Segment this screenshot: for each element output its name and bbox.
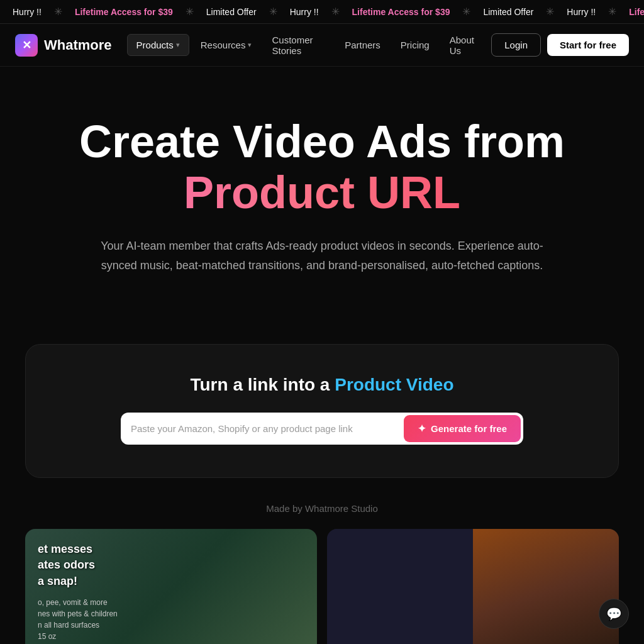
ticker-item: Hurry !! — [277, 7, 331, 17]
preview-right-right-half — [473, 529, 619, 644]
cta-title: Turn a link into a Product Video — [51, 375, 593, 395]
url-input-row: ✦ Generate for free — [121, 413, 523, 445]
ticker-star: ✳ — [608, 6, 616, 18]
ticker-item: Lifetime Access for $39 — [62, 7, 186, 17]
ticker-item: Lifetime Access for $39 — [340, 7, 463, 17]
preview-card-right — [327, 529, 619, 644]
ticker-star: ✳ — [54, 6, 62, 18]
ticker-star: ✳ — [331, 6, 340, 18]
nav-item-pricing[interactable]: Pricing — [392, 35, 438, 55]
ticker-star: ✳ — [269, 6, 277, 18]
ticker-star: ✳ — [546, 6, 554, 18]
preview-left-text: et messes ates odors a snap! — [38, 541, 95, 589]
preview-left-subtext: o, pee, vomit & more nes with pets & chi… — [38, 597, 118, 642]
preview-card-left: et messes ates odors a snap! o, pee, vom… — [25, 529, 317, 644]
cta-box: Turn a link into a Product Video ✦ Gener… — [25, 344, 619, 478]
ticker-item: Hurry !! — [554, 7, 608, 17]
ticker-item: Limited Offer — [470, 7, 546, 17]
logo-icon: ✕ — [15, 34, 38, 57]
hero-title: Create Video Ads from Product URL — [25, 117, 619, 219]
ticker-limited: Limited Offer — [483, 7, 533, 17]
ticker-hurry: Hurry !! — [290, 7, 319, 17]
hero-title-line2: Product URL — [25, 167, 619, 219]
chevron-down-icon: ▾ — [248, 41, 252, 49]
preview-right-overlay — [327, 529, 619, 644]
ticker-lifetime: Lifetime Access for $39 — [629, 7, 644, 17]
hero-subtitle: Your AI-team member that crafts Ads-read… — [96, 236, 548, 275]
navbar: ✕ Whatmore Products ▾ Resources ▾ Custom… — [0, 24, 644, 67]
login-button[interactable]: Login — [491, 33, 541, 57]
ticker-item: Limited Offer — [194, 7, 269, 17]
ticker-track: Hurry !! ✳ Lifetime Access for $39 ✳ Lim… — [0, 6, 644, 18]
url-input[interactable] — [131, 417, 404, 440]
ticker-lifetime: Lifetime Access for $39 — [352, 7, 450, 17]
cta-title-highlight: Product Video — [335, 375, 453, 394]
preview-right-left-half — [327, 529, 473, 644]
ticker-item: Hurry !! — [0, 7, 54, 17]
ticker-star: ✳ — [186, 6, 194, 18]
nav-item-products[interactable]: Products ▾ — [127, 34, 189, 56]
made-by-label: Made by Whatmore Studio — [0, 478, 644, 529]
preview-grid: et messes ates odors a snap! o, pee, vom… — [0, 529, 644, 644]
nav-item-resources[interactable]: Resources ▾ — [192, 35, 261, 55]
ticker-hurry: Hurry !! — [13, 7, 42, 17]
nav-item-customer-stories[interactable]: Customer Stories — [263, 30, 333, 61]
start-for-free-button[interactable]: Start for free — [547, 34, 629, 56]
logo[interactable]: ✕ Whatmore — [15, 34, 112, 57]
ticker-banner: Hurry !! ✳ Lifetime Access for $39 ✳ Lim… — [0, 0, 644, 24]
nav-item-partners[interactable]: Partners — [336, 35, 389, 55]
ticker-lifetime: Lifetime Access for $39 — [75, 7, 173, 17]
chat-bubble-button[interactable]: 💬 — [599, 599, 629, 629]
nav-links: Products ▾ Resources ▾ Customer Stories … — [127, 30, 487, 61]
sparkle-icon: ✦ — [418, 423, 426, 435]
logo-text: Whatmore — [44, 37, 112, 53]
nav-item-about-us[interactable]: About Us — [441, 30, 487, 61]
ticker-item: Lifetime Access for $39 — [616, 7, 644, 17]
ticker-star: ✳ — [462, 6, 470, 18]
hero-section: Create Video Ads from Product URL Your A… — [0, 67, 644, 313]
chat-icon: 💬 — [606, 606, 622, 621]
nav-actions: Login Start for free — [491, 33, 629, 57]
hero-title-line1: Create Video Ads from — [25, 117, 619, 167]
generate-button[interactable]: ✦ Generate for free — [404, 415, 521, 442]
ticker-limited: Limited Offer — [206, 7, 257, 17]
chevron-down-icon: ▾ — [176, 41, 180, 49]
ticker-hurry: Hurry !! — [567, 7, 596, 17]
